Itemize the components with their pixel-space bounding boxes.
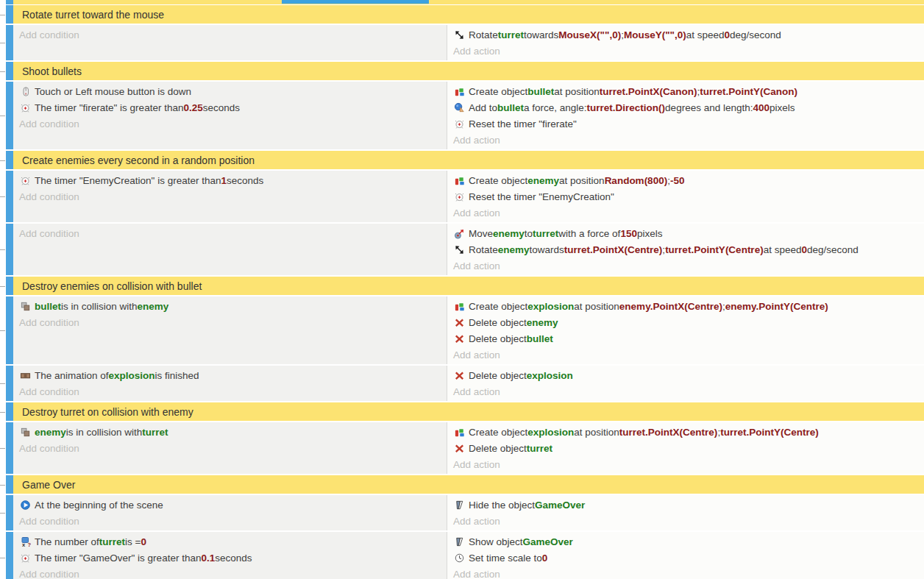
action-line[interactable]: Reset the timer "firerate" (447, 116, 924, 132)
event-block: The animation of explosion is finishedAd… (0, 366, 924, 401)
comment-row[interactable]: Rotate turret toward the mouse (13, 5, 924, 24)
sentence-text: The timer "EnemyCreation" is greater tha… (35, 175, 221, 186)
event-handle-bar[interactable] (6, 296, 13, 364)
action-line[interactable]: Rotate turret towards MouseX("",0);Mouse… (447, 26, 924, 43)
event-handle-bar[interactable] (6, 151, 13, 169)
sentence-text: Reset the timer "firerate" (469, 118, 577, 129)
action-line[interactable]: Set time scale to 0 (447, 550, 924, 566)
add-condition-button[interactable]: Add condition (13, 566, 447, 579)
comment-strip-partial (13, 0, 924, 4)
sentence-text: at position (559, 175, 605, 186)
add-condition-button[interactable]: Add condition (13, 314, 447, 330)
condition-line[interactable]: At the beginning of the scene (13, 497, 447, 513)
event-handle-bar[interactable] (6, 62, 13, 80)
comment-row[interactable]: Destroy enemies on collision with bullet (13, 277, 924, 295)
condition-line[interactable]: The timer "firerate" is greater than 0.2… (13, 99, 447, 116)
action-line[interactable]: Create object enemy at position Random(8… (447, 172, 924, 188)
object-name: explosion (527, 301, 574, 312)
condition-line[interactable]: The timer "GameOver" is greater than 0.1… (13, 550, 447, 566)
event-handle-bar[interactable] (6, 224, 13, 275)
action-line[interactable]: Delete object enemy (447, 314, 924, 330)
event-block: At the beginning of the sceneAdd conditi… (0, 495, 924, 530)
comment-row[interactable]: Destroy turret on collision with enemy (13, 402, 924, 421)
action-line[interactable]: Delete object bullet (447, 330, 924, 347)
add-condition-button[interactable]: Add condition (13, 440, 447, 456)
sentence-text: At the beginning of the scene (35, 500, 163, 511)
action-line[interactable]: Hide the object GameOver (447, 497, 924, 513)
action-line[interactable]: Reset the timer "EnemyCreation" (447, 188, 924, 205)
action-line[interactable]: Create object explosion at position enem… (447, 298, 924, 314)
comment-row[interactable]: Game Over (13, 475, 924, 494)
action-line[interactable]: Delete object turret (447, 440, 924, 456)
horizontal-scrollbar-track (0, 0, 924, 4)
object-name: bullet (527, 86, 554, 97)
event-handle-bar[interactable] (6, 475, 13, 494)
parameter-value: turret.PointY(Centre) (720, 427, 819, 438)
parameter-value: MouseX("",0) (558, 29, 621, 40)
tree-gutter (0, 151, 6, 169)
object-name: enemy (138, 301, 169, 312)
sentence-text: towards (524, 29, 558, 40)
sentence-text: at position (574, 427, 619, 438)
condition-line[interactable]: enemy is in collision with turret (13, 424, 447, 440)
event-handle-bar[interactable] (6, 402, 13, 421)
event-handle-bar[interactable] (6, 5, 13, 24)
event-handle-bar[interactable] (6, 171, 13, 222)
add-action-button[interactable]: Add action (447, 43, 924, 59)
event-handle-bar[interactable] (6, 25, 13, 60)
add-action-button[interactable]: Add action (447, 347, 924, 363)
tree-tick (0, 513, 5, 514)
rotate-icon (453, 29, 466, 40)
timer-icon (19, 102, 32, 113)
add-action-button[interactable]: Add action (447, 132, 924, 148)
parameter-value: enemy.PointX(Centre) (619, 301, 722, 312)
action-line[interactable]: Add to bullet a force, angle: turret.Dir… (447, 99, 924, 116)
condition-line[interactable]: The animation of explosion is finished (13, 367, 447, 383)
parameter-value: 0.25 (183, 102, 202, 113)
sentence-text: Delete object (469, 317, 527, 328)
add-action-button[interactable]: Add action (447, 383, 924, 399)
tree-tick (0, 15, 5, 15)
condition-line[interactable]: bullet is in collision with enemy (13, 298, 447, 314)
action-line[interactable]: Move enemy to turret with a force of 150… (447, 225, 924, 241)
action-line[interactable]: Rotate enemy towards turret.PointX(Centr… (447, 241, 924, 257)
parameter-value: 0 (725, 29, 731, 40)
event-handle-bar[interactable] (6, 495, 13, 530)
sentence-text: Add to (469, 102, 497, 113)
comment-block: Create enemies every second in a random … (0, 151, 924, 169)
add-action-button[interactable]: Add action (447, 257, 924, 274)
add-action-button[interactable]: Add action (447, 566, 924, 579)
condition-line[interactable]: The timer "EnemyCreation" is greater tha… (13, 172, 447, 188)
add-condition-button[interactable]: Add condition (13, 188, 447, 205)
add-condition-button[interactable]: Add condition (13, 26, 447, 43)
event-handle-bar[interactable] (6, 422, 13, 474)
condition-line[interactable]: x?The number of turret is = 0 (13, 533, 447, 550)
event-handle-bar[interactable] (6, 366, 13, 401)
condition-line[interactable]: Touch or Left mouse button is down (13, 83, 447, 99)
comment-row[interactable]: Create enemies every second in a random … (13, 151, 924, 169)
action-line[interactable]: Create object bullet at position turret.… (447, 83, 924, 99)
timer-icon (453, 118, 466, 129)
tree-tick (0, 485, 5, 486)
tree-gutter (0, 5, 6, 24)
add-action-button[interactable]: Add action (447, 513, 924, 529)
add-condition-button[interactable]: Add condition (13, 116, 447, 132)
event-handle-bar[interactable] (6, 82, 13, 149)
object-name: turret (498, 29, 524, 40)
tree-gutter (0, 402, 6, 421)
horizontal-scrollbar-thumb[interactable] (282, 0, 429, 4)
add-action-button[interactable]: Add action (447, 205, 924, 221)
sentence-text: Rotate (469, 244, 498, 255)
action-line[interactable]: Show object GameOver (447, 533, 924, 550)
action-line[interactable]: Create object explosion at position turr… (447, 424, 924, 440)
comment-row[interactable]: Shoot bullets (13, 62, 924, 80)
event-handle-bar[interactable] (6, 277, 13, 295)
action-line[interactable]: Delete object explosion (447, 367, 924, 383)
tree-tick (0, 383, 5, 384)
add-action-button[interactable]: Add action (447, 456, 924, 472)
add-condition-button[interactable]: Add condition (13, 383, 447, 399)
add-condition-button[interactable]: Add condition (13, 225, 447, 241)
sentence-text: Touch or Left mouse button is down (35, 86, 191, 97)
event-handle-bar[interactable] (6, 532, 13, 579)
add-condition-button[interactable]: Add condition (13, 513, 447, 529)
